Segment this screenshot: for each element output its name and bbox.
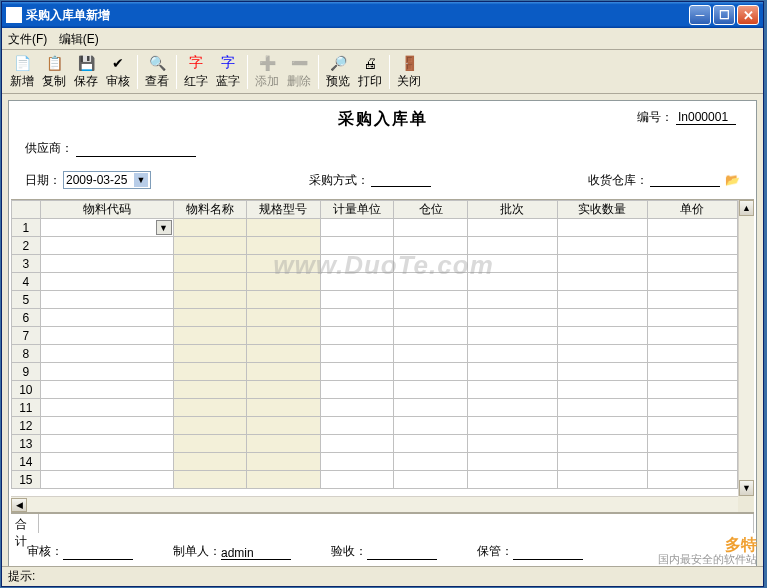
grid-cell[interactable] (40, 345, 173, 363)
grid-cell[interactable] (320, 255, 394, 273)
grid-cell[interactable] (557, 327, 647, 345)
grid-cell[interactable] (557, 435, 647, 453)
col-location[interactable]: 仓位 (394, 201, 468, 219)
table-row[interactable]: 11 (12, 399, 738, 417)
grid-cell[interactable] (247, 273, 321, 291)
save-button[interactable]: 💾保存 (70, 52, 102, 92)
grid-cell[interactable] (173, 237, 247, 255)
grid-cell[interactable] (557, 345, 647, 363)
grid-cell[interactable] (557, 309, 647, 327)
table-row[interactable]: 10 (12, 381, 738, 399)
doc-number-value[interactable]: In000001 (676, 110, 736, 125)
grid-cell[interactable] (647, 345, 737, 363)
grid-cell[interactable] (320, 327, 394, 345)
grid-cell[interactable] (173, 327, 247, 345)
grid-cell[interactable] (467, 363, 557, 381)
grid-cell[interactable] (247, 435, 321, 453)
grid-cell[interactable] (557, 363, 647, 381)
grid-cell[interactable] (394, 255, 468, 273)
grid-cell[interactable] (320, 309, 394, 327)
col-material-code[interactable]: 物料代码 (40, 201, 173, 219)
grid-cell[interactable] (40, 363, 173, 381)
grid-cell[interactable] (394, 345, 468, 363)
red-button[interactable]: 字红字 (180, 52, 212, 92)
grid-cell[interactable] (647, 219, 737, 237)
grid-cell[interactable] (247, 309, 321, 327)
grid-cell[interactable] (394, 453, 468, 471)
scroll-up-button[interactable]: ▲ (739, 200, 754, 216)
grid-cell[interactable] (40, 471, 173, 489)
grid-cell[interactable] (394, 399, 468, 417)
preview-button[interactable]: 🔎预览 (322, 52, 354, 92)
menu-edit[interactable]: 编辑(E) (59, 32, 99, 46)
grid-cell[interactable] (173, 471, 247, 489)
purchase-method-input[interactable] (371, 173, 431, 187)
grid-cell[interactable] (173, 255, 247, 273)
grid-cell[interactable] (320, 435, 394, 453)
grid-cell[interactable] (247, 255, 321, 273)
grid-cell[interactable] (647, 309, 737, 327)
grid-cell[interactable] (647, 291, 737, 309)
horizontal-scrollbar[interactable]: ◀ (11, 496, 738, 512)
grid-cell[interactable] (467, 291, 557, 309)
grid-cell[interactable] (173, 363, 247, 381)
warehouse-input[interactable] (650, 173, 720, 187)
grid-cell[interactable] (647, 435, 737, 453)
grid-cell[interactable] (394, 309, 468, 327)
grid-cell[interactable] (647, 471, 737, 489)
grid-cell[interactable] (247, 237, 321, 255)
grid-cell[interactable] (394, 417, 468, 435)
table-row[interactable]: 9 (12, 363, 738, 381)
grid-cell[interactable]: ▼ (40, 219, 173, 237)
grid-cell[interactable] (467, 453, 557, 471)
grid-cell[interactable] (467, 273, 557, 291)
grid-cell[interactable] (557, 471, 647, 489)
grid-cell[interactable] (40, 381, 173, 399)
folder-icon[interactable]: 📂 (725, 173, 740, 187)
grid-cell[interactable] (247, 327, 321, 345)
blue-button[interactable]: 字蓝字 (212, 52, 244, 92)
audit-value[interactable] (63, 546, 133, 560)
col-qty[interactable]: 实收数量 (557, 201, 647, 219)
grid-cell[interactable] (557, 237, 647, 255)
grid-cell[interactable] (647, 327, 737, 345)
grid-cell[interactable] (647, 255, 737, 273)
vertical-scrollbar[interactable]: ▲ ▼ (738, 200, 754, 496)
grid-cell[interactable] (647, 417, 737, 435)
grid-cell[interactable] (467, 219, 557, 237)
grid-cell[interactable] (557, 273, 647, 291)
grid-cell[interactable] (557, 453, 647, 471)
grid-cell[interactable] (394, 471, 468, 489)
table-row[interactable]: 12 (12, 417, 738, 435)
grid-cell[interactable] (40, 291, 173, 309)
grid-cell[interactable] (647, 453, 737, 471)
audit-button[interactable]: ✔审核 (102, 52, 134, 92)
grid-cell[interactable] (647, 273, 737, 291)
grid-cell[interactable] (320, 273, 394, 291)
grid-cell[interactable] (467, 255, 557, 273)
grid-cell[interactable] (247, 381, 321, 399)
grid-cell[interactable] (467, 471, 557, 489)
print-button[interactable]: 🖨打印 (354, 52, 386, 92)
grid-cell[interactable] (320, 453, 394, 471)
grid-cell[interactable] (247, 363, 321, 381)
grid-cell[interactable] (467, 381, 557, 399)
table-row[interactable]: 14 (12, 453, 738, 471)
delete-row-button[interactable]: ➖删除 (283, 52, 315, 92)
table-row[interactable]: 8 (12, 345, 738, 363)
grid-cell[interactable] (394, 291, 468, 309)
grid-cell[interactable] (320, 381, 394, 399)
grid-cell[interactable] (173, 399, 247, 417)
grid-cell[interactable] (467, 399, 557, 417)
grid-cell[interactable] (467, 237, 557, 255)
grid-cell[interactable] (173, 291, 247, 309)
grid-cell[interactable] (467, 327, 557, 345)
grid-cell[interactable] (647, 399, 737, 417)
maker-value[interactable]: admin (221, 546, 291, 560)
table-row[interactable]: 13 (12, 435, 738, 453)
grid-cell[interactable] (173, 381, 247, 399)
grid-cell[interactable] (40, 399, 173, 417)
date-picker[interactable]: 2009-03-25 ▼ (63, 171, 151, 189)
grid-cell[interactable] (247, 291, 321, 309)
inspect-value[interactable] (367, 546, 437, 560)
